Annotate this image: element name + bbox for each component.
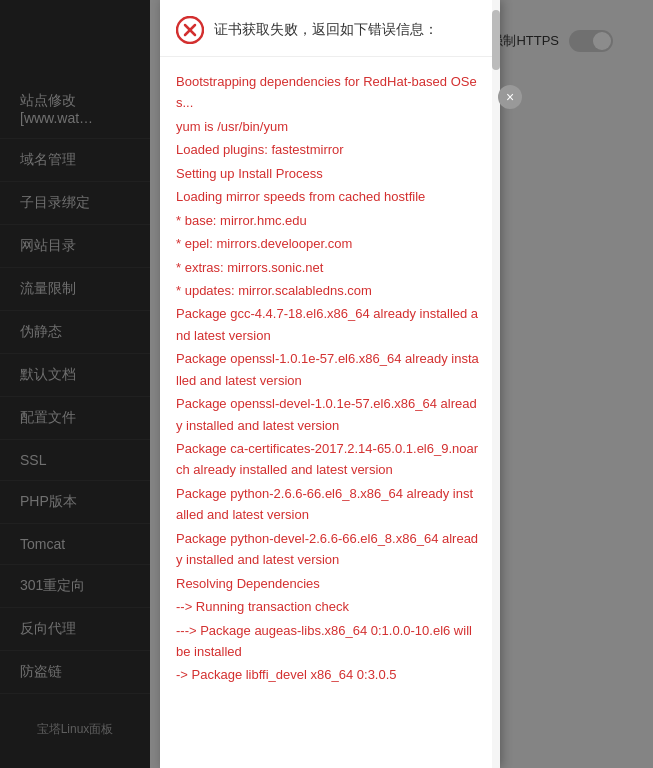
modal-close-button[interactable]: × [498,85,522,109]
modal-dialog: 证书获取失败，返回如下错误信息： Bootstrapping dependenc… [160,0,500,768]
log-line: * extras: mirrors.sonic.net [176,257,480,278]
log-line: Package ca-certificates-2017.2.14-65.0.1… [176,438,480,481]
log-line: Package openssl-devel-1.0.1e-57.el6.x86_… [176,393,480,436]
log-line: Bootstrapping dependencies for RedHat-ba… [176,71,480,114]
log-line: -> Package libffi_devel x86_64 0:3.0.5 [176,664,480,685]
error-icon [176,16,204,44]
log-line: yum is /usr/bin/yum [176,116,480,137]
log-line: * updates: mirror.scalabledns.com [176,280,480,301]
modal-title: 证书获取失败，返回如下错误信息： [214,21,438,39]
log-line: Loading mirror speeds from cached hostfi… [176,186,480,207]
log-line: Loaded plugins: fastestmirror [176,139,480,160]
log-line: Package gcc-4.4.7-18.el6.x86_64 already … [176,303,480,346]
log-line: Setting up Install Process [176,163,480,184]
modal-header: 证书获取失败，返回如下错误信息： [160,0,500,57]
log-line: * base: mirror.hmc.edu [176,210,480,231]
log-line: --> Running transaction check [176,596,480,617]
log-line: * epel: mirrors.develooper.com [176,233,480,254]
log-line: Package openssl-1.0.1e-57.el6.x86_64 alr… [176,348,480,391]
log-line: Package python-devel-2.6.6-66.el6_8.x86_… [176,528,480,571]
modal-body[interactable]: Bootstrapping dependencies for RedHat-ba… [160,57,500,768]
log-line: Package python-2.6.6-66.el6_8.x86_64 alr… [176,483,480,526]
log-line: Resolving Dependencies [176,573,480,594]
modal-content: Bootstrapping dependencies for RedHat-ba… [176,71,480,686]
log-line: ---> Package augeas-libs.x86_64 0:1.0.0-… [176,620,480,663]
